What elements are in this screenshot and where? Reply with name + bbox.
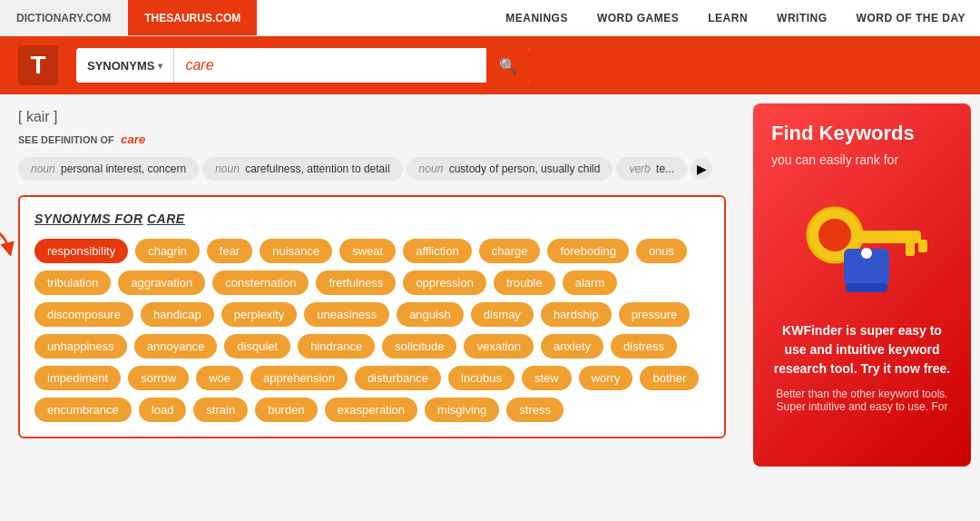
nav-word-games[interactable]: WORD GAMES	[583, 0, 693, 35]
search-input[interactable]	[174, 57, 486, 74]
synonym-tag[interactable]: hardship	[541, 302, 612, 327]
top-nav: DICTIONARY.COM THESAURUS.COM MEANINGS WO…	[0, 0, 980, 36]
synonym-tag[interactable]: distress	[611, 334, 677, 359]
synonym-tag[interactable]: load	[139, 398, 187, 422]
synonyms-box: SYNONYMS FOR care responsibilitychagrinf…	[18, 195, 726, 438]
synonyms-title-prefix: SYNONYMS FOR	[34, 211, 143, 226]
tab-0-label: personal interest, concern	[61, 162, 186, 175]
synonym-tag[interactable]: unhappiness	[34, 334, 127, 359]
svg-point-8	[861, 248, 872, 259]
synonym-tag[interactable]: anguish	[397, 302, 464, 327]
ad-title: Find Keywords	[771, 122, 953, 145]
synonym-tag[interactable]: oppression	[403, 270, 486, 295]
tab-3[interactable]: verb te...	[616, 157, 687, 181]
search-bar: T SYNONYMS ▾ 🔍	[0, 36, 980, 94]
synonym-tag[interactable]: nuisance	[260, 239, 332, 263]
tab-3-type: verb	[629, 162, 650, 175]
synonym-tag[interactable]: woe	[196, 366, 243, 390]
see-definition-prefix: SEE DEFINITION OF	[18, 134, 114, 145]
synonym-tag[interactable]: stress	[506, 398, 564, 422]
synonym-tag[interactable]: encumbrance	[34, 398, 132, 422]
synonym-tag[interactable]: uneasiness	[304, 302, 389, 327]
dropdown-label: SYNONYMS	[87, 59, 154, 73]
nav-writing[interactable]: WRITING	[762, 0, 842, 35]
synonym-tag[interactable]: perplexity	[221, 302, 298, 327]
tab-next-arrow[interactable]: ▶	[691, 158, 712, 180]
right-sidebar: Find Keywords you can easily rank for	[744, 94, 980, 476]
tab-dictionary[interactable]: DICTIONARY.COM	[0, 0, 128, 35]
tab-1-type: noun	[215, 162, 240, 175]
ad-description: KWFinder is super easy to use and intuit…	[771, 321, 953, 378]
synonym-tag[interactable]: charge	[479, 239, 541, 263]
synonym-tag[interactable]: solicitude	[382, 334, 456, 359]
synonym-tag[interactable]: alarm	[563, 270, 618, 295]
synonym-dropdown[interactable]: SYNONYMS ▾	[76, 48, 174, 83]
synonym-tag[interactable]: stew	[522, 366, 572, 390]
tab-1-label: carefulness, attention to detail	[245, 162, 389, 175]
arrow-area: SYNONYMS FOR care responsibilitychagrinf…	[18, 195, 726, 438]
synonym-tag[interactable]: chagrin	[135, 239, 200, 263]
synonym-tag[interactable]: impediment	[34, 366, 121, 390]
tab-3-label: te...	[656, 162, 674, 175]
svg-rect-7	[846, 283, 887, 292]
tab-2[interactable]: noun custody of person, usually child	[407, 157, 613, 181]
synonym-tag[interactable]: sorrow	[128, 366, 189, 390]
tab-thesaurus[interactable]: THESAURUS.COM	[128, 0, 258, 35]
synonym-tag[interactable]: vexation	[464, 334, 533, 359]
svg-rect-4	[906, 240, 915, 256]
synonym-tag[interactable]: incubus	[448, 366, 514, 390]
tab-2-type: noun	[419, 162, 444, 175]
synonym-tag[interactable]: onus	[636, 239, 687, 263]
svg-point-2	[818, 219, 851, 251]
synonym-tag[interactable]: anxiety	[541, 334, 603, 359]
nav-word-of-day[interactable]: WORD OF THE DAY	[842, 0, 980, 35]
synonym-tag[interactable]: discomposure	[34, 302, 133, 327]
synonym-tag[interactable]: disturbance	[355, 366, 441, 390]
synonym-tags: responsibilitychagrinfearnuisancesweataf…	[34, 239, 710, 422]
ad-subtitle: you can easily rank for	[771, 152, 953, 167]
synonym-tag[interactable]: aggravation	[118, 270, 205, 295]
synonym-tag[interactable]: misgiving	[425, 398, 499, 422]
synonym-tag[interactable]: strain	[193, 398, 248, 422]
synonym-tag[interactable]: worry	[579, 366, 633, 390]
synonym-tag[interactable]: dismay	[471, 302, 534, 327]
synonym-tag[interactable]: handicap	[141, 302, 214, 327]
synonym-tag[interactable]: fretfulness	[316, 270, 396, 295]
synonym-tag[interactable]: bother	[640, 366, 699, 390]
synonym-tag[interactable]: tribulation	[34, 270, 111, 295]
search-button[interactable]: 🔍	[486, 48, 530, 83]
tab-2-label: custody of person, usually child	[449, 162, 601, 175]
ad-description2: Better than the other keyword tools. Sup…	[771, 388, 953, 413]
key-illustration	[780, 185, 944, 303]
synonym-tag[interactable]: burden	[255, 398, 317, 422]
synonym-tag[interactable]: exasperation	[325, 398, 417, 422]
synonym-tag[interactable]: trouble	[494, 270, 555, 295]
see-definition-link[interactable]: care	[121, 133, 145, 146]
see-definition: SEE DEFINITION OF care	[18, 133, 726, 146]
synonym-tag[interactable]: annoyance	[134, 334, 218, 359]
synonym-tag[interactable]: apprehension	[250, 366, 348, 390]
chevron-down-icon: ▾	[158, 61, 162, 71]
synonym-tag[interactable]: sweat	[339, 239, 396, 263]
nav-learn[interactable]: LEARN	[693, 0, 762, 35]
nav-meanings[interactable]: MEANINGS	[491, 0, 583, 35]
synonyms-title: SYNONYMS FOR care	[34, 211, 710, 226]
synonym-tag[interactable]: hindrance	[298, 334, 375, 359]
synonym-tag[interactable]: consternation	[212, 270, 309, 295]
tabs-row: noun personal interest, concern noun car…	[18, 157, 726, 181]
synonyms-title-word: care	[147, 211, 185, 226]
search-wrapper: SYNONYMS ▾ 🔍	[76, 48, 530, 83]
svg-rect-5	[918, 240, 927, 252]
synonym-tag[interactable]: fear	[207, 239, 252, 263]
main-layout: [ kair ] SEE DEFINITION OF care noun per…	[0, 94, 980, 476]
tab-0-type: noun	[31, 162, 55, 175]
content-area: [ kair ] SEE DEFINITION OF care noun per…	[0, 94, 744, 476]
synonym-tag[interactable]: affliction	[403, 239, 471, 263]
synonym-tag[interactable]: pressure	[619, 302, 691, 327]
synonym-tag[interactable]: foreboding	[547, 239, 628, 263]
pronunciation: [ kair ]	[18, 109, 726, 125]
synonym-tag[interactable]: disquiet	[224, 334, 290, 359]
tab-0[interactable]: noun personal interest, concern	[18, 157, 199, 181]
synonym-tag[interactable]: responsibility	[34, 239, 128, 263]
tab-1[interactable]: noun carefulness, attention to detail	[202, 157, 402, 181]
